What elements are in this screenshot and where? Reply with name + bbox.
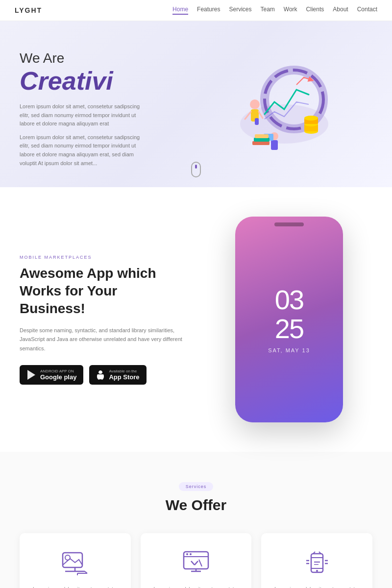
app-store-label: App Store (109, 373, 139, 381)
nav-about[interactable]: About (333, 6, 348, 15)
svg-point-7 (304, 116, 318, 121)
mobile-section: MOBILE MARKETPLACES Awesome App which Wo… (0, 187, 392, 452)
svg-point-29 (186, 553, 188, 555)
nav-work[interactable]: Work (284, 6, 297, 15)
google-pre-label: ANDROID APP ON (40, 369, 76, 373)
google-play-label: Google play (40, 373, 76, 381)
hero-section: We Are Creativi Lorem ipsum dolor sit am… (0, 21, 392, 187)
google-play-button[interactable]: ANDROID APP ON Google play (20, 365, 83, 385)
nav-team[interactable]: Team (260, 6, 274, 15)
nav-links: Home Features Services Team Work Clients… (172, 6, 377, 15)
svg-line-31 (191, 561, 195, 565)
hero-pre-text: We Are (20, 50, 196, 66)
nav-clients[interactable]: Clients (306, 6, 324, 15)
service-card-graphic: Lorem ipsum dolor sit amet, consetetur s… (20, 533, 131, 588)
service-desc-android: Lorem ipsum dolor sit amet, consetetur s… (271, 585, 363, 588)
service-desc-graphic: Lorem ipsum dolor sit amet, consetetur s… (29, 585, 121, 588)
nav-contact[interactable]: Contact (357, 6, 377, 15)
hero-paragraph1: Lorem ipsum dolor sit amet, consetetur s… (20, 102, 147, 128)
service-desc-web: Lorem ipsum dolor sit amet, consetetur s… (150, 585, 242, 588)
services-section: Services We Offer Lorem ipsum dolor sit … (0, 452, 392, 588)
hero-paragraph2: Lorem ipsum dolor sit amet, consetetur s… (20, 133, 147, 168)
phone-date: SAT, MAY 13 (268, 347, 310, 353)
svg-rect-17 (254, 138, 270, 142)
svg-rect-18 (255, 134, 269, 138)
hero-illustration-wrap (196, 55, 372, 163)
apple-pre-label: Available on the (109, 369, 139, 373)
app-store-button[interactable]: Available on the App Store (89, 365, 146, 385)
web-development-icon (181, 548, 211, 577)
svg-point-8 (250, 99, 260, 109)
google-play-icon (26, 369, 36, 380)
svg-point-30 (190, 553, 192, 555)
services-title: We Offer (20, 497, 372, 514)
svg-line-33 (199, 560, 202, 566)
phone-mockup: 0325 SAT, MAY 13 (235, 217, 343, 422)
svg-rect-12 (255, 118, 259, 125)
mobile-label: MOBILE MARKETPLACES (20, 255, 186, 260)
graphic-design-icon (60, 548, 90, 577)
hero-text: We Are Creativi Lorem ipsum dolor sit am… (20, 50, 196, 168)
services-grid: Lorem ipsum dolor sit amet, consetetur s… (20, 533, 372, 588)
svg-rect-16 (252, 141, 270, 145)
nav-services[interactable]: Services (229, 6, 251, 15)
svg-rect-14 (271, 140, 278, 150)
navbar: LYGHT Home Features Services Team Work C… (0, 0, 392, 21)
logo: LYGHT (15, 6, 42, 14)
android-development-icon (302, 548, 332, 577)
svg-point-39 (316, 570, 318, 572)
phone-time: 0325 (275, 286, 303, 343)
mobile-heading: Awesome App which Works for Your Busines… (20, 265, 186, 318)
services-tag: Services (179, 482, 214, 491)
hero-creative-text: Creativi (20, 66, 196, 96)
hero-illustration (225, 55, 343, 163)
app-buttons: ANDROID APP ON Google play Available on … (20, 365, 186, 385)
svg-rect-36 (311, 554, 323, 572)
phone-wrap: 0325 SAT, MAY 13 (206, 217, 372, 422)
nav-home[interactable]: Home (172, 6, 188, 15)
mobile-description: Despite some naming, syntactic, and stan… (20, 326, 186, 353)
apple-icon (96, 369, 105, 380)
svg-line-32 (195, 561, 198, 565)
svg-marker-19 (27, 370, 35, 380)
service-card-android: Lorem ipsum dolor sit amet, consetetur s… (261, 533, 372, 588)
service-card-web: Lorem ipsum dolor sit amet, consetetur s… (141, 533, 252, 588)
mobile-text: MOBILE MARKETPLACES Awesome App which Wo… (20, 255, 186, 385)
nav-features[interactable]: Features (197, 6, 220, 15)
